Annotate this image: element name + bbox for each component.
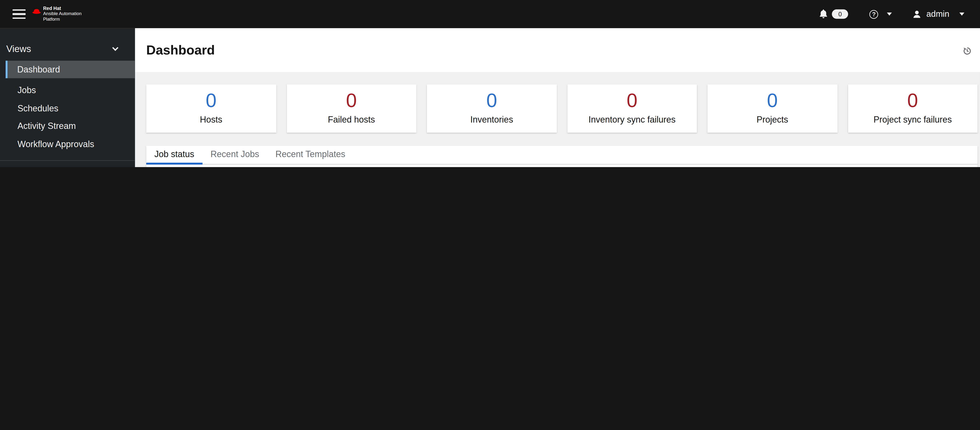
question-circle-icon[interactable]: ? (869, 10, 878, 19)
bars-icon (13, 18, 25, 19)
page-header: Dashboard (135, 28, 980, 72)
page-title: Dashboard (146, 43, 215, 58)
tab-job-status[interactable]: Job status (146, 145, 202, 165)
card-label: Projects (757, 115, 788, 125)
bars-icon (13, 13, 25, 15)
card-inventory-sync-failures: 0 Inventory sync failures (567, 85, 697, 133)
hosts-count-link[interactable]: 0 (206, 90, 216, 111)
brand-logo: Red Hat Ansible Automation Platform (32, 6, 82, 22)
history-icon[interactable] (963, 46, 972, 56)
project-sync-failures-count-link[interactable]: 0 (907, 90, 918, 111)
tab-recent-jobs[interactable]: Recent Jobs (202, 145, 267, 165)
user-caret-down-icon[interactable] (959, 13, 964, 16)
sidebar-item-workflow-approvals[interactable]: Workflow Approvals (6, 135, 135, 152)
user-menu-label[interactable]: admin (926, 10, 950, 19)
chevron-down-icon (112, 45, 118, 51)
dashboard-tabs: Job status Recent Jobs Recent Templates (146, 145, 978, 165)
sidebar-item-activity-stream[interactable]: Activity Stream (6, 117, 135, 134)
nav-toggle-button[interactable] (13, 9, 25, 19)
sidebar-item-schedules[interactable]: Schedules (6, 99, 135, 117)
card-label: Inventory sync failures (589, 115, 675, 125)
nav-section-views[interactable]: Views (6, 42, 129, 55)
notification-count-badge[interactable]: 0 (832, 10, 848, 19)
card-label: Project sync failures (873, 115, 952, 125)
sidebar-item-dashboard[interactable]: Dashboard (6, 60, 135, 78)
bars-icon (13, 9, 25, 11)
sidebar-nav: Views Dashboard Jobs Schedules Activity … (0, 28, 135, 167)
card-projects: 0 Projects (708, 85, 837, 133)
summary-cards: 0 Hosts 0 Failed hosts 0 Inventories 0 I… (146, 85, 978, 133)
card-label: Failed hosts (328, 115, 375, 125)
card-label: Inventories (470, 115, 513, 125)
sidebar-divider (0, 160, 135, 160)
card-label: Hosts (200, 115, 222, 125)
masthead: Red Hat Ansible Automation Platform 0 ? … (0, 0, 980, 28)
brand-line3: Platform (43, 17, 82, 22)
bell-icon[interactable] (819, 10, 827, 19)
inventories-count-link[interactable]: 0 (486, 90, 497, 111)
help-caret-down-icon[interactable] (887, 13, 892, 16)
tab-recent-templates[interactable]: Recent Templates (267, 145, 353, 165)
card-hosts: 0 Hosts (146, 85, 276, 133)
failed-hosts-count-link[interactable]: 0 (346, 90, 356, 111)
user-icon (913, 10, 921, 19)
card-project-sync-failures: 0 Project sync failures (848, 85, 978, 133)
redhat-fedora-icon (32, 8, 41, 14)
card-failed-hosts: 0 Failed hosts (287, 85, 417, 133)
dashboard-panel: Job status Recent Jobs Recent Templates … (146, 145, 978, 167)
inventory-sync-failures-count-link[interactable]: 0 (627, 90, 637, 111)
brand-line2: Ansible Automation (43, 11, 82, 17)
projects-count-link[interactable]: 0 (767, 90, 778, 111)
card-inventories: 0 Inventories (427, 85, 557, 133)
sidebar-item-jobs[interactable]: Jobs (6, 81, 135, 99)
app-root: Red Hat Ansible Automation Platform 0 ? … (0, 0, 980, 167)
